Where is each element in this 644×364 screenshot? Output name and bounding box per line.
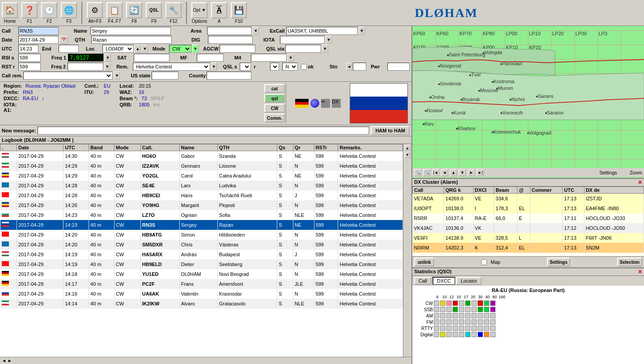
loc-arrow-up[interactable]: ▲ (135, 45, 141, 53)
table-row[interactable]: 2017-04-29 14:18 40 m CW YU1ED DL0HAM No… (0, 269, 403, 279)
f8-button[interactable]: 🔄 (126, 2, 142, 18)
sat-input[interactable] (134, 54, 169, 62)
message-input[interactable] (38, 127, 369, 135)
iota-input[interactable] (280, 36, 325, 44)
date-input[interactable] (18, 36, 59, 44)
freq2-input[interactable] (68, 63, 103, 71)
list-item[interactable]: IU0OPT 10138.0 I 178,3 EL 17:13 EA4FME -… (413, 203, 644, 213)
toolbar-f8[interactable]: 🔄 F8 (126, 2, 142, 24)
logbook-bottom-scroll[interactable]: ◄ ► (0, 357, 411, 364)
cw-button[interactable]: CW (264, 104, 285, 113)
excall-input[interactable] (286, 27, 358, 35)
toolbar-f1[interactable]: ❓ F1 (21, 2, 38, 24)
stats-close[interactable]: ✕ (638, 269, 642, 275)
font-button[interactable]: A (211, 2, 227, 18)
rem-select[interactable]: Helvetia Contest (133, 63, 210, 71)
stats-tab-dxcc[interactable]: DXCC (432, 277, 455, 285)
toolbar-font[interactable]: A A (211, 2, 227, 24)
freq1-arrow[interactable]: ▼ (105, 54, 111, 62)
map-nav-next[interactable]: ► (468, 169, 475, 176)
map-nav-down[interactable]: ▼ (459, 169, 466, 176)
toolbar-home[interactable]: 🏠 Home (2, 2, 18, 24)
loc-arrow-down[interactable]: ▼ (142, 45, 148, 53)
map-canvas[interactable]: KP60KP60KP70 KP80LP00LP10 LP20LP30LP3 KD… (412, 26, 644, 178)
home-button[interactable]: 🏠 (2, 2, 18, 18)
table-row[interactable]: 2017-04-29 14:16 40 m CW UA6AK Valentin … (0, 289, 403, 299)
ham-to-ham-button[interactable]: HAM to HAM (371, 126, 410, 135)
freq1-input[interactable] (68, 54, 104, 62)
list-item[interactable]: VK4JAC 10136.0 VK 17:12 HOCLOUD -JO50 (413, 223, 644, 233)
f3-button[interactable]: 🌐 (61, 2, 77, 18)
rsis-input[interactable] (18, 54, 41, 62)
stats-tab-call[interactable]: Call (414, 277, 432, 285)
list-item[interactable]: VE6FI 14138.9 VE 328,5 L 17:13 F6IIT -JN… (413, 233, 644, 243)
qsls-select[interactable]: S (240, 63, 251, 71)
name-input[interactable] (90, 27, 171, 35)
list-item[interactable]: VE7ADA 14269.0 VE 334,6 17:13 IZ5TJD (413, 194, 644, 203)
pwr-input[interactable] (387, 63, 410, 71)
unlink-button[interactable]: unlink (414, 258, 434, 267)
call-input[interactable] (18, 27, 59, 35)
options-button[interactable]: Opt ▼ (191, 2, 208, 18)
altf3-button[interactable]: ⚙ (87, 2, 103, 18)
agcw-input[interactable] (220, 45, 255, 53)
rem-arrow[interactable]: ▼ (211, 63, 217, 71)
excall-dropdown[interactable]: ▼ (359, 27, 365, 35)
f12-button[interactable]: 🔧 (165, 2, 182, 18)
table-row[interactable]: 2017-04-29 14:29 40 m CW IZ2AVK Gennaro … (0, 161, 403, 171)
mode-arrow[interactable]: ▼ (192, 45, 199, 53)
dx-cluster-close[interactable]: ✕ (638, 179, 642, 186)
toolbar-f12[interactable]: 🔧 F12 (165, 2, 182, 24)
mf-input[interactable] (197, 54, 224, 62)
freq2-arrow[interactable]: ▼ (104, 63, 110, 71)
comm-button[interactable]: Comm. (264, 114, 285, 123)
toolbar-f3[interactable]: 🌐 F3 (61, 2, 77, 24)
map-zoom-out[interactable]: 🔍 (423, 169, 430, 176)
qsl-button[interactable]: qsl (264, 94, 285, 103)
qslvia-input[interactable] (285, 45, 321, 53)
end-input[interactable] (59, 45, 79, 53)
qslr-select[interactable] (270, 63, 279, 71)
qth-input[interactable] (91, 36, 172, 44)
qslok-checkbox[interactable] (301, 64, 307, 70)
date-calendar[interactable]: 📅 (59, 36, 68, 44)
area-input[interactable] (207, 27, 252, 35)
table-row[interactable]: 2017-04-29 14:23 40 m CW LZ7O Ognian Sof… (0, 210, 403, 220)
f2-button[interactable]: 🕐 (41, 2, 57, 18)
toolbar-f9[interactable]: QSL F9 (146, 2, 162, 24)
f4f7-button[interactable]: 📋 (106, 2, 123, 18)
table-row[interactable]: 2017-04-29 14:29 40 m CW YO2GL Carol Cal… (0, 171, 403, 181)
toolbar-f10[interactable]: 💾 F10 (231, 2, 247, 24)
f1-button[interactable]: ❓ (21, 2, 38, 18)
table-row[interactable]: 2017-04-29 14:28 40 m CW SE4E Lars Ludvi… (0, 181, 403, 190)
callrem-select[interactable] (23, 72, 113, 80)
map-checkbox[interactable] (481, 259, 487, 265)
usstate-input[interactable] (152, 72, 178, 80)
utc-input[interactable] (18, 45, 38, 53)
table-row[interactable]: 2017-04-29 14:28 40 m CW HB9CEI Hans Tsc… (0, 190, 403, 200)
toolbar-f4f7[interactable]: 📋 F4..F7 (106, 2, 123, 24)
dx-table-container[interactable]: Call QRG k DXCI Beam @ Commer UTC DX de … (412, 186, 644, 256)
table-row[interactable]: 2017-04-29 14:23 40 m CW RN3S Sergey Raz… (0, 220, 403, 230)
toolbar-options[interactable]: Opt ▼ Options (191, 2, 208, 24)
dig-input[interactable] (208, 36, 253, 44)
toolbar-altf3[interactable]: ⚙ Alt+F3 (87, 2, 103, 24)
f10-button[interactable]: 💾 (231, 2, 247, 18)
table-row[interactable]: 2017-04-29 14:19 40 m CW HA5ARX András B… (0, 250, 403, 259)
map-zoom-in[interactable]: 🔍 (414, 169, 421, 176)
toolbar-f2[interactable]: 🕐 F2 (41, 2, 57, 24)
m4-arrow[interactable]: ▼ (288, 54, 294, 62)
loc-select[interactable]: LO04DF (102, 45, 134, 53)
table-row[interactable]: 2017-04-29 14:19 40 m CW HB9ELD Dieter S… (0, 259, 403, 269)
scroll-up-btn[interactable]: ▲ (404, 145, 411, 151)
list-item[interactable]: N0IRM 14202.3 K 312,4 EL 17:13 SN2M (413, 243, 644, 253)
rstr-input[interactable] (18, 63, 41, 71)
area-dropdown[interactable]: ▼ (253, 27, 259, 35)
list-item[interactable]: R5RR 10137.4 RA-E 66,0 E 17:11 HOCLOUD -… (413, 213, 644, 223)
county-input[interactable] (207, 72, 251, 80)
mode-select[interactable]: CW (169, 45, 191, 53)
table-row[interactable]: 2017-04-29 14:26 40 m CW YO9HG Margarit … (0, 200, 403, 210)
map-nav-left[interactable]: |◄ (432, 169, 439, 176)
table-row[interactable]: 2017-04-29 14:20 40 m CW HB9ATG Simon Hi… (0, 230, 403, 240)
stats-tab-locator[interactable]: Locator (456, 277, 482, 285)
